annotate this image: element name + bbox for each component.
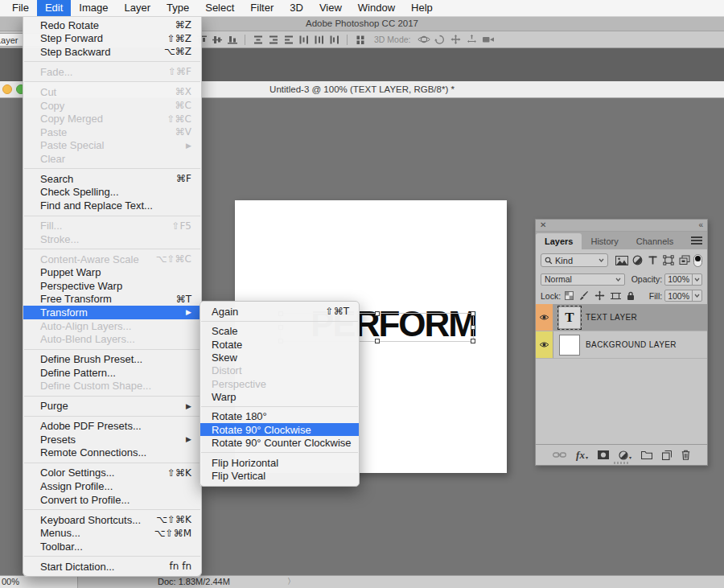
menu-item-remote-connections[interactable]: Remote Connections... <box>23 446 201 460</box>
fill-input[interactable]: 100% <box>664 290 702 302</box>
distribute-vertical-centers-icon[interactable] <box>268 34 279 45</box>
menu-item-puppet-warp[interactable]: Puppet Warp <box>23 265 201 279</box>
link-layers-icon[interactable] <box>553 451 566 458</box>
transform-handle[interactable] <box>375 339 380 343</box>
new-group-icon[interactable] <box>641 450 652 459</box>
menu-item-warp[interactable]: Warp <box>200 390 359 403</box>
close-icon[interactable]: ✕ <box>540 220 546 230</box>
delete-layer-icon[interactable] <box>681 450 690 460</box>
menu-item-color-settings[interactable]: Color Settings...⇧⌘K <box>23 467 201 480</box>
new-adjustment-layer-icon[interactable]: ▾ <box>619 450 631 460</box>
add-layer-mask-icon[interactable] <box>598 450 609 459</box>
status-chevron-icon[interactable]: 〉 <box>287 576 295 587</box>
visibility-toggle[interactable] <box>536 304 553 331</box>
collapse-panel-icon[interactable]: « <box>698 220 703 230</box>
menu-item-rotate-90-counter-clockwise[interactable]: Rotate 90° Counter Clockwise <box>200 436 359 449</box>
menu-3d[interactable]: 3D <box>282 0 311 16</box>
chevron-down-icon[interactable] <box>692 290 701 301</box>
menu-item-rotate-180[interactable]: Rotate 180° <box>200 410 359 423</box>
menu-item-perspective-warp[interactable]: Perspective Warp <box>23 279 201 293</box>
distribute-top-edges-icon[interactable] <box>253 34 264 45</box>
menu-item-rotate[interactable]: Rotate <box>200 338 359 351</box>
orbit-3d-icon[interactable] <box>418 33 430 46</box>
panel-resize-grip[interactable] <box>614 462 630 464</box>
menu-item-flip-vertical[interactable]: Flip Vertical <box>200 469 359 482</box>
lock-pixels-icon[interactable] <box>579 291 589 301</box>
menu-item-skew[interactable]: Skew <box>200 351 359 364</box>
menu-item-find-and-replace-text[interactable]: Find and Replace Text... <box>23 199 201 212</box>
transform-handle[interactable] <box>471 311 475 316</box>
menu-item-free-transform[interactable]: Free Transform⌘T <box>23 293 201 306</box>
menu-item-step-forward[interactable]: Step Forward⇧⌘Z <box>23 32 201 46</box>
menu-item-presets[interactable]: Presets▶ <box>23 433 201 446</box>
kind-filter-dropdown[interactable]: Kind <box>541 253 608 267</box>
lock-position-icon[interactable] <box>594 290 605 301</box>
menu-item-rotate-90-clockwise[interactable]: Rotate 90° Clockwise <box>200 423 359 436</box>
adjustment-layer-filter-icon[interactable] <box>631 254 644 267</box>
distribute-right-edges-icon[interactable] <box>329 34 340 45</box>
layer-thumbnail[interactable] <box>559 335 580 356</box>
menu-item-assign-profile[interactable]: Assign Profile... <box>23 479 201 493</box>
chevron-down-icon[interactable] <box>692 274 701 285</box>
auto-layout-icon[interactable] <box>355 34 366 45</box>
menu-item-step-backward[interactable]: Step Backward⌥⌘Z <box>23 45 201 59</box>
zoom-level-field[interactable]: 00% <box>0 576 78 588</box>
menu-item-again[interactable]: Again⇧⌘T <box>200 305 359 318</box>
roll-3d-icon[interactable] <box>434 33 446 46</box>
menu-item-toolbar[interactable]: Toolbar... <box>23 540 201 553</box>
menu-item-adobe-pdf-presets[interactable]: Adobe PDF Presets... <box>23 419 201 433</box>
menu-item-flip-horizontal[interactable]: Flip Horizontal <box>200 456 359 469</box>
filter-toggle-switch[interactable] <box>693 254 702 267</box>
menu-item-keyboard-shortcuts[interactable]: Keyboard Shortcuts...⌥⇧⌘K <box>23 513 201 527</box>
transform-handle[interactable] <box>471 339 475 343</box>
blend-mode-dropdown[interactable]: Normal <box>541 273 625 286</box>
menu-item-convert-to-profile[interactable]: Convert to Profile... <box>23 493 201 507</box>
menu-item-search[interactable]: Search⌘F <box>23 172 201 186</box>
align-bottom-edges-icon[interactable] <box>227 34 238 45</box>
layer-row-text-layer[interactable]: TTEXT LAYER <box>536 304 707 331</box>
menu-select[interactable]: Select <box>197 0 242 16</box>
tab-layers[interactable]: Layers <box>536 233 582 249</box>
align-vertical-centers-icon[interactable] <box>212 34 223 45</box>
new-layer-icon[interactable] <box>662 450 672 460</box>
visibility-toggle[interactable] <box>536 331 553 358</box>
menu-item-purge[interactable]: Purge▶ <box>23 399 201 413</box>
lock-all-icon[interactable] <box>627 291 635 301</box>
menu-item-define-brush-preset[interactable]: Define Brush Preset... <box>23 352 201 366</box>
opacity-input[interactable]: 100% <box>664 273 702 286</box>
shape-layer-filter-icon[interactable] <box>662 254 676 267</box>
menu-item-transform[interactable]: Transform▶ <box>23 306 201 319</box>
layer-thumbnail[interactable]: T <box>559 307 580 328</box>
menu-window[interactable]: Window <box>350 0 403 16</box>
menu-item-scale[interactable]: Scale <box>200 325 359 338</box>
tab-history[interactable]: History <box>582 233 627 249</box>
pan-3d-icon[interactable] <box>450 33 463 46</box>
menu-layer[interactable]: Layer <box>117 0 159 16</box>
pixel-layer-filter-icon[interactable] <box>615 254 628 267</box>
menu-item-menus[interactable]: Menus...⌥⇧⌘M <box>23 526 201 540</box>
menu-edit[interactable]: Edit <box>37 0 71 16</box>
panel-menu-icon[interactable] <box>691 236 702 245</box>
menu-type[interactable]: Type <box>158 0 197 16</box>
transform-handle[interactable] <box>375 311 380 316</box>
menu-item-define-pattern[interactable]: Define Pattern... <box>23 366 201 380</box>
layer-row-background-layer[interactable]: BACKGROUND LAYER <box>536 331 707 359</box>
distribute-bottom-edges-icon[interactable] <box>283 34 294 45</box>
slide-3d-icon[interactable] <box>466 33 479 46</box>
camera-3d-icon[interactable] <box>482 33 495 46</box>
smart-object-filter-icon[interactable] <box>677 254 691 267</box>
distribute-left-edges-icon[interactable] <box>298 34 310 45</box>
menu-item-start-dictation[interactable]: Start Dictation...fn fn <box>23 560 201 574</box>
menu-item-redo-rotate[interactable]: Redo Rotate⌘Z <box>23 19 201 32</box>
layer-style-fx-icon[interactable]: fx▾ <box>576 450 588 460</box>
lock-transparency-icon[interactable] <box>565 291 574 300</box>
type-layer-filter-icon[interactable] <box>646 254 660 267</box>
lock-artboard-icon[interactable] <box>611 291 621 301</box>
minimize-traffic-light[interactable] <box>2 84 12 94</box>
menu-image[interactable]: Image <box>71 0 116 16</box>
menu-file[interactable]: File <box>4 0 37 16</box>
menu-item-check-spelling[interactable]: Check Spelling... <box>23 186 201 199</box>
distribute-horizontal-centers-icon[interactable] <box>314 34 325 45</box>
menu-view[interactable]: View <box>311 0 350 16</box>
tab-channels[interactable]: Channels <box>627 233 682 249</box>
